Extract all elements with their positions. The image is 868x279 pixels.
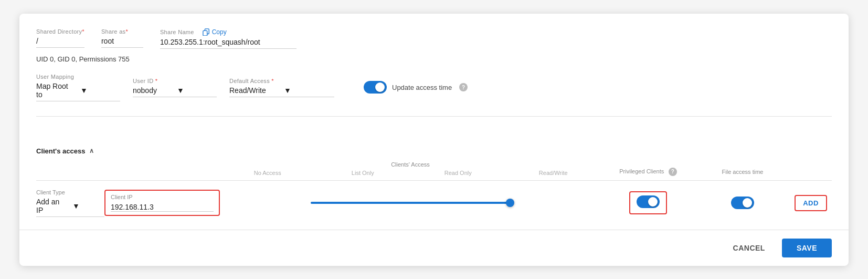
default-access-label: Default Access * bbox=[229, 78, 334, 84]
add-button[interactable]: ADD bbox=[799, 197, 823, 209]
client-type-value: Add an IP bbox=[36, 198, 68, 214]
default-access-required: * bbox=[270, 78, 274, 84]
th-read-only: Read Only bbox=[410, 170, 506, 176]
user-mapping-value: Map Root to bbox=[36, 82, 76, 99]
user-id-label-text: User ID bbox=[133, 78, 153, 84]
privileged-toggle-wrapper bbox=[629, 191, 667, 214]
save-button[interactable]: SAVE bbox=[782, 239, 832, 257]
default-access-field: Default Access * Read/Write ▼ bbox=[229, 78, 334, 97]
clients-table-header: Clients' Access No Access List Only Read… bbox=[36, 161, 832, 181]
user-id-label: User ID * bbox=[133, 78, 217, 84]
th-clients-access: Clients' Access No Access List Only Read… bbox=[220, 161, 601, 176]
clients-chevron-up-icon: ∧ bbox=[89, 147, 94, 154]
shared-directory-value: / bbox=[36, 37, 84, 48]
default-access-dropdown[interactable]: Read/Write ▼ bbox=[229, 86, 334, 97]
user-id-dropdown[interactable]: nobody ▼ bbox=[133, 86, 217, 97]
shared-directory-field: Shared Directory* / bbox=[36, 28, 84, 48]
privileged-help-icon[interactable]: ? bbox=[669, 168, 677, 176]
client-type-label: Client Type bbox=[36, 189, 104, 195]
share-as-required: * bbox=[125, 28, 128, 35]
clients-access-label: Client's access bbox=[36, 147, 85, 155]
client-ip-label: Client IP bbox=[111, 194, 214, 200]
add-btn-wrapper: ADD bbox=[795, 195, 827, 211]
file-access-toggle[interactable] bbox=[731, 197, 754, 209]
clients-table-row: Client Type Add an IP ▼ Client IP bbox=[36, 181, 832, 225]
slider-thumb bbox=[506, 199, 514, 207]
share-name-label: Share Name bbox=[160, 29, 194, 35]
file-access-time-cell bbox=[695, 197, 790, 209]
client-type-chevron-icon: ▼ bbox=[72, 202, 104, 210]
default-access-chevron-icon: ▼ bbox=[284, 86, 334, 95]
row-shared-directory: Shared Directory* / Share as* root Share… bbox=[36, 28, 832, 49]
client-type-dropdown[interactable]: Add an IP ▼ bbox=[36, 198, 104, 217]
share-as-label: Share as* bbox=[101, 28, 143, 35]
update-access-time-toggle[interactable] bbox=[364, 81, 387, 94]
th-list-only: List Only bbox=[315, 170, 411, 176]
clients-section: Client's access ∧ Clients' Access No Acc… bbox=[19, 140, 849, 225]
share-as-field: Share as* root bbox=[101, 28, 143, 48]
share-name-field: Share Name Copy 10.253.255.1:root_squash… bbox=[160, 28, 297, 49]
help-icon[interactable]: ? bbox=[459, 83, 468, 91]
slider-fill bbox=[311, 202, 510, 204]
file-access-toggle-thumb bbox=[743, 198, 752, 208]
th-privileged-clients-label: Privileged Clients bbox=[619, 168, 664, 174]
cancel-button[interactable]: CANCEL bbox=[723, 240, 776, 256]
user-id-value: nobody bbox=[133, 86, 173, 95]
add-button-cell: ADD bbox=[790, 195, 832, 211]
access-slider-track[interactable] bbox=[311, 202, 510, 204]
privileged-toggle[interactable] bbox=[637, 195, 660, 208]
th-file-access-time-label: File access time bbox=[722, 169, 764, 175]
modal-footer: CANCEL SAVE bbox=[19, 230, 849, 266]
share-name-value: 10.253.255.1:root_squash/root bbox=[160, 38, 297, 49]
access-slider-cell bbox=[220, 202, 601, 204]
clients-access-header[interactable]: Client's access ∧ bbox=[36, 140, 832, 161]
copy-icon bbox=[203, 28, 210, 36]
default-access-label-text: Default Access bbox=[229, 78, 270, 84]
th-clients-access-sub: No Access List Only Read Only Read/Write bbox=[220, 170, 601, 176]
modal-body: Shared Directory* / Share as* root Share… bbox=[19, 14, 849, 140]
modal-container: Shared Directory* / Share as* root Share… bbox=[19, 14, 849, 266]
user-mapping-chevron-icon: ▼ bbox=[80, 86, 120, 95]
user-id-chevron-icon: ▼ bbox=[177, 86, 217, 95]
svg-rect-1 bbox=[203, 30, 207, 36]
default-access-value: Read/Write bbox=[229, 86, 280, 95]
row-user-mapping: User Mapping Map Root to ▼ User ID * nob… bbox=[36, 74, 832, 101]
th-file-access-time: File access time bbox=[695, 167, 790, 176]
uid-text: UID 0, GID 0, Permissions 755 bbox=[36, 55, 832, 63]
shared-directory-label: Shared Directory* bbox=[36, 28, 84, 35]
copy-btn-label: Copy bbox=[212, 28, 227, 36]
client-type-cell: Client Type Add an IP ▼ bbox=[36, 189, 104, 217]
shared-directory-label-text: Shared Directory bbox=[36, 28, 82, 35]
client-ip-input[interactable] bbox=[111, 203, 214, 212]
update-access-time-group: Update access time ? bbox=[364, 81, 468, 94]
user-id-field: User ID * nobody ▼ bbox=[133, 78, 217, 97]
user-mapping-dropdown[interactable]: Map Root to ▼ bbox=[36, 82, 120, 101]
privileged-toggle-thumb bbox=[648, 197, 658, 206]
share-as-label-text: Share as bbox=[101, 28, 125, 35]
update-access-time-label: Update access time bbox=[392, 84, 452, 91]
th-privileged-clients: Privileged Clients ? bbox=[601, 166, 695, 176]
privileged-clients-cell bbox=[601, 191, 695, 214]
toggle-thumb bbox=[375, 82, 385, 92]
client-ip-input-wrapper: Client IP bbox=[104, 190, 220, 216]
user-id-required: * bbox=[153, 78, 157, 84]
user-mapping-field: User Mapping Map Root to ▼ bbox=[36, 74, 120, 101]
section-divider bbox=[36, 116, 832, 117]
user-mapping-label: User Mapping bbox=[36, 74, 120, 80]
share-as-value: root bbox=[101, 37, 143, 48]
copy-button[interactable]: Copy bbox=[203, 28, 227, 36]
th-clients-access-label: Clients' Access bbox=[391, 161, 430, 168]
th-no-access: No Access bbox=[220, 170, 315, 176]
client-ip-cell: Client IP bbox=[104, 190, 220, 216]
shared-directory-required: * bbox=[82, 28, 84, 35]
th-read-write: Read/Write bbox=[506, 170, 601, 176]
